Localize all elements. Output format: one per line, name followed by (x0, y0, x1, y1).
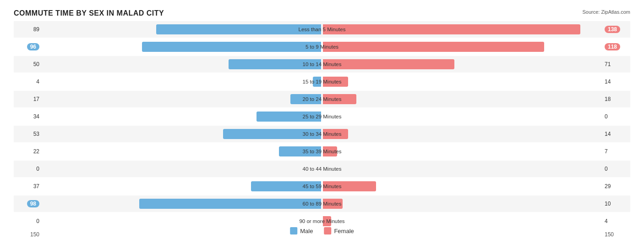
chart-row: 040 to 44 Minutes0 (14, 161, 630, 177)
male-bars (41, 59, 322, 70)
male-bars (41, 41, 322, 52)
bar-section: 30 to 34 Minutes (41, 126, 603, 142)
male-value: 96 (14, 43, 41, 50)
male-bars (41, 94, 322, 105)
female-value: 29 (603, 183, 630, 190)
bar-section: 40 to 44 Minutes (41, 161, 603, 177)
chart-row: 3425 to 29 Minutes0 (14, 108, 630, 125)
chart-title: COMMUTE TIME BY SEX IN MALAD CITY (14, 9, 630, 17)
male-bars (41, 146, 322, 157)
female-badge: 118 (605, 43, 620, 50)
bar-section: Less than 5 Minutes (41, 21, 603, 38)
legend-male-label: Male (300, 228, 313, 234)
row-label: 25 to 29 Minutes (302, 114, 341, 119)
male-value: 89 (14, 26, 41, 33)
male-value: 0 (14, 218, 41, 224)
female-bars (322, 41, 603, 52)
female-value: 14 (603, 78, 630, 85)
bar-section: 60 to 89 Minutes (41, 195, 603, 212)
chart-row: 5330 to 34 Minutes14 (14, 126, 630, 142)
male-value: 0 (14, 166, 41, 172)
male-bar (156, 24, 321, 34)
male-value: 50 (14, 61, 41, 67)
chart-row: 2235 to 39 Minutes7 (14, 143, 630, 160)
bar-section: 25 to 29 Minutes (41, 108, 603, 125)
female-value: 10 (603, 201, 630, 207)
legend-male-box (290, 227, 297, 234)
row-label: 10 to 14 Minutes (302, 61, 341, 67)
male-bars (41, 181, 322, 192)
row-label: Less than 5 Minutes (299, 27, 346, 32)
chart-row: 965 to 9 Minutes118 (14, 39, 630, 55)
male-badge: 98 (27, 200, 39, 207)
male-value: 4 (14, 78, 41, 85)
bars-area: 89Less than 5 Minutes138965 to 9 Minutes… (14, 21, 630, 229)
female-bars (322, 59, 603, 70)
legend: Male Female (290, 227, 354, 234)
row-label: 20 to 24 Minutes (302, 96, 341, 102)
male-value: 17 (14, 96, 41, 102)
row-label: 35 to 39 Minutes (302, 149, 341, 154)
row-label: 5 to 9 Minutes (306, 44, 338, 50)
female-value: 138 (603, 26, 630, 33)
bar-section: 20 to 24 Minutes (41, 91, 603, 107)
male-bars (41, 76, 322, 87)
bar-section: 5 to 9 Minutes (41, 39, 603, 55)
male-bars (41, 24, 322, 35)
axis-left-label: 150 (14, 231, 41, 238)
male-bar (142, 42, 321, 52)
male-value: 98 (14, 200, 41, 207)
male-bars (41, 111, 322, 122)
chart-row: 89Less than 5 Minutes138 (14, 21, 630, 38)
row-label: 60 to 89 Minutes (302, 201, 341, 207)
row-label: 15 to 19 Minutes (302, 79, 341, 84)
bar-section: 35 to 39 Minutes (41, 143, 603, 160)
bar-section: 45 to 59 Minutes (41, 178, 603, 195)
legend-female-box (324, 227, 331, 234)
male-bars (41, 216, 322, 227)
legend-female: Female (324, 227, 354, 234)
male-value: 22 (14, 148, 41, 155)
chart-row: 9860 to 89 Minutes10 (14, 195, 630, 212)
female-value: 18 (603, 96, 630, 102)
female-value: 4 (603, 218, 630, 224)
female-bars (322, 128, 603, 140)
female-value: 14 (603, 131, 630, 137)
female-bars (322, 76, 603, 87)
row-label: 90 or more Minutes (299, 218, 344, 224)
row-label: 40 to 44 Minutes (302, 166, 341, 172)
female-bar (323, 24, 580, 34)
female-bars (322, 163, 603, 174)
axis-right-label: 150 (603, 231, 630, 238)
female-value: 71 (603, 61, 630, 67)
legend-male: Male (290, 227, 313, 234)
chart-row: 5010 to 14 Minutes71 (14, 56, 630, 73)
male-bars (41, 163, 322, 174)
female-badge: 138 (605, 26, 620, 33)
row-label: 30 to 34 Minutes (302, 131, 341, 137)
female-value: 7 (603, 148, 630, 155)
female-bars (322, 146, 603, 157)
male-bars (41, 128, 322, 140)
chart-container: COMMUTE TIME BY SEX IN MALAD CITY Source… (0, 0, 644, 240)
male-value: 53 (14, 131, 41, 137)
chart-row: 415 to 19 Minutes14 (14, 73, 630, 90)
chart-row: 1720 to 24 Minutes18 (14, 91, 630, 107)
female-bars (322, 181, 603, 192)
source-label: Source: ZipAtlas.com (582, 9, 630, 15)
female-bar (323, 59, 454, 69)
bar-section: 15 to 19 Minutes (41, 73, 603, 90)
female-value: 0 (603, 166, 630, 172)
male-bar (139, 199, 321, 209)
chart-row: 3745 to 59 Minutes29 (14, 178, 630, 195)
female-value: 118 (603, 43, 630, 50)
female-bars (322, 94, 603, 105)
female-value: 0 (603, 113, 630, 120)
male-value: 37 (14, 183, 41, 190)
male-bars (41, 198, 322, 209)
bar-section: 10 to 14 Minutes (41, 56, 603, 73)
female-bars (322, 111, 603, 122)
female-bars (322, 198, 603, 209)
legend-female-label: Female (334, 228, 354, 234)
female-bars (322, 216, 603, 227)
